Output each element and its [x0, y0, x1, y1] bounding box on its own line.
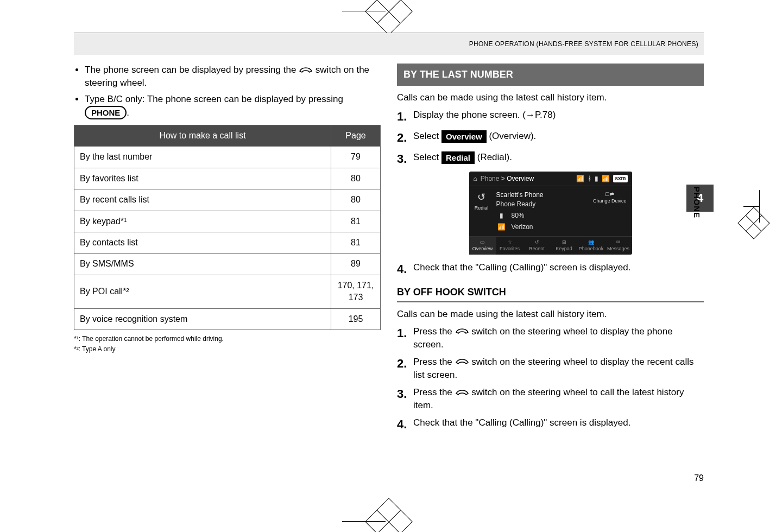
carrier-name: Verizon: [512, 223, 533, 232]
device-screenshot: ⌂ Phone > Overview 📶 ᚼ ▮ 📶 sxm ↺ Redial: [469, 172, 632, 254]
screenshot-tab[interactable]: ☆Favorites: [496, 237, 523, 255]
table-row: By keypad*¹81: [74, 211, 381, 232]
right-column: BY THE LAST NUMBER Calls can be made usi…: [397, 64, 704, 465]
bluetooth-icon: ᚼ: [588, 174, 591, 183]
device-status: Phone Ready: [496, 200, 593, 209]
ui-pill: Overview: [441, 130, 487, 143]
step-item: 1.Display the phone screen. (→P.78): [397, 109, 704, 125]
step-item: 4.Check that the "Calling (Calling)" scr…: [397, 416, 704, 433]
offhook-icon: [455, 387, 469, 400]
screenshot-tab[interactable]: ↺Recent: [523, 237, 551, 255]
section-title: BY THE LAST NUMBER: [397, 64, 704, 86]
sub-intro: Calls can be made using the latest call …: [397, 308, 704, 321]
sub-heading: BY OFF HOOK SWITCH: [397, 286, 704, 302]
section-intro: Calls can be made using the latest call …: [397, 91, 704, 104]
redial-icon[interactable]: ↺: [477, 191, 485, 204]
offhook-icon: [455, 356, 469, 369]
table-head-page: Page: [331, 125, 381, 147]
table-row: By the last number79: [74, 147, 381, 168]
step-item: 1.Press the switch on the steering wheel…: [397, 325, 704, 351]
bullet-phone-switch: The phone screen can be displayed by pre…: [85, 64, 381, 90]
page-number: 79: [694, 473, 704, 483]
bullet-phone-button: Type B/C only: The phone screen can be d…: [85, 93, 381, 119]
battery-icon: ▮: [595, 174, 598, 183]
signal-icon: 📶: [602, 174, 610, 183]
battery-level: 80%: [512, 211, 525, 220]
screenshot-tab[interactable]: ▭Overview: [469, 237, 496, 255]
screenshot-tab[interactable]: ⊞Keypad: [551, 237, 578, 255]
home-icon[interactable]: ⌂: [474, 174, 477, 183]
wifi-icon: 📶: [576, 174, 584, 183]
table-row: By favorites list80: [74, 168, 381, 189]
page-header: PHONE OPERATION (HANDS-FREE SYSTEM FOR C…: [74, 33, 704, 55]
table-row: By recent calls list80: [74, 189, 381, 211]
signal-bars-icon: 📶: [496, 223, 507, 232]
step-item: 2.Press the switch on the steering wheel…: [397, 356, 704, 382]
change-device-button[interactable]: ▢⇄ Change Device: [593, 191, 627, 209]
screenshot-tab[interactable]: 👥Phonebook: [578, 237, 605, 255]
offhook-icon: [455, 325, 469, 338]
footnote-2: *²: Type A only: [74, 345, 381, 354]
call-methods-table: How to make a call list Page By the last…: [74, 125, 381, 330]
footnote-1: *¹: The operation cannot be performed wh…: [74, 334, 381, 344]
screenshot-tab[interactable]: ✉Messages: [605, 237, 632, 255]
step-item: 3.Select Redial (Redial).: [397, 151, 704, 168]
offhook-icon: [299, 64, 313, 77]
table-head-method: How to make a call list: [74, 125, 331, 147]
left-column: The phone screen can be displayed by pre…: [74, 64, 381, 465]
battery-level-icon: ▮: [496, 211, 507, 220]
table-row: By contacts list81: [74, 232, 381, 253]
device-name: Scarlett's Phone: [496, 191, 593, 200]
step-item: 3.Press the switch on the steering wheel…: [397, 386, 704, 412]
redial-label[interactable]: Redial: [475, 205, 489, 212]
sxm-badge: sxm: [613, 175, 627, 182]
step-a4: 4.Check that the "Calling (Calling)" scr…: [397, 261, 704, 278]
header-caption: PHONE OPERATION (HANDS-FREE SYSTEM FOR C…: [469, 40, 698, 48]
step-item: 2.Select Overview (Overview).: [397, 130, 704, 147]
table-row: By POI call*²170, 171, 173: [74, 275, 381, 308]
chapter-label: PHONE: [692, 187, 702, 218]
phone-hard-button: PHONE: [85, 106, 127, 119]
ui-pill: Redial: [441, 151, 475, 164]
table-row: By SMS/MMS89: [74, 254, 381, 275]
table-row: By voice recognition system195: [74, 308, 381, 330]
